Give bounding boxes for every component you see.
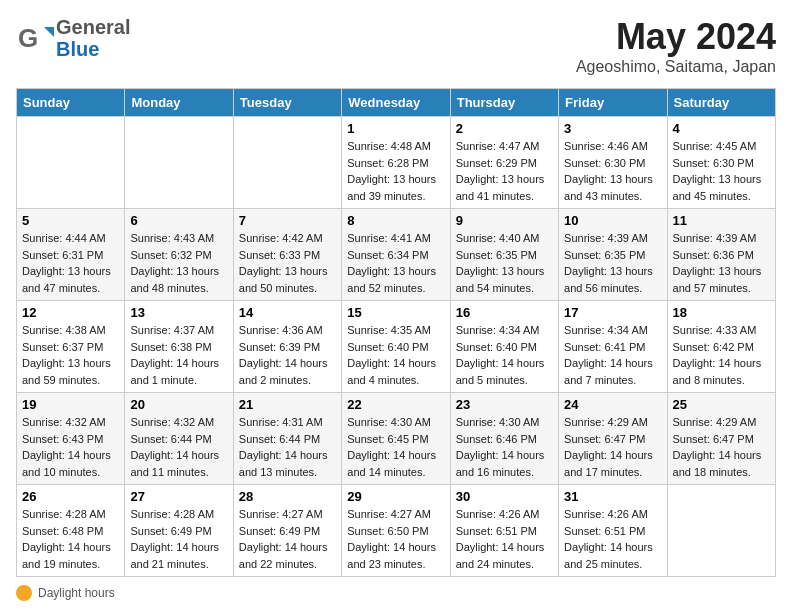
- calendar-cell: 5Sunrise: 4:44 AM Sunset: 6:31 PM Daylig…: [17, 209, 125, 301]
- calendar-cell: 16Sunrise: 4:34 AM Sunset: 6:40 PM Dayli…: [450, 301, 558, 393]
- calendar-week-4: 19Sunrise: 4:32 AM Sunset: 6:43 PM Dayli…: [17, 393, 776, 485]
- day-number: 29: [347, 489, 444, 504]
- day-number: 11: [673, 213, 770, 228]
- calendar-cell: [125, 117, 233, 209]
- day-info: Sunrise: 4:34 AM Sunset: 6:41 PM Dayligh…: [564, 322, 661, 388]
- col-header-tuesday: Tuesday: [233, 89, 341, 117]
- day-number: 25: [673, 397, 770, 412]
- day-number: 23: [456, 397, 553, 412]
- day-number: 16: [456, 305, 553, 320]
- day-info: Sunrise: 4:26 AM Sunset: 6:51 PM Dayligh…: [456, 506, 553, 572]
- calendar-cell: 14Sunrise: 4:36 AM Sunset: 6:39 PM Dayli…: [233, 301, 341, 393]
- header-row: SundayMondayTuesdayWednesdayThursdayFrid…: [17, 89, 776, 117]
- day-info: Sunrise: 4:36 AM Sunset: 6:39 PM Dayligh…: [239, 322, 336, 388]
- day-info: Sunrise: 4:37 AM Sunset: 6:38 PM Dayligh…: [130, 322, 227, 388]
- calendar-cell: 6Sunrise: 4:43 AM Sunset: 6:32 PM Daylig…: [125, 209, 233, 301]
- calendar-cell: 15Sunrise: 4:35 AM Sunset: 6:40 PM Dayli…: [342, 301, 450, 393]
- footer: Daylight hours: [16, 585, 776, 601]
- day-info: Sunrise: 4:42 AM Sunset: 6:33 PM Dayligh…: [239, 230, 336, 296]
- svg-marker-1: [44, 27, 54, 37]
- calendar-cell: 22Sunrise: 4:30 AM Sunset: 6:45 PM Dayli…: [342, 393, 450, 485]
- day-info: Sunrise: 4:29 AM Sunset: 6:47 PM Dayligh…: [673, 414, 770, 480]
- calendar-header: SundayMondayTuesdayWednesdayThursdayFrid…: [17, 89, 776, 117]
- col-header-friday: Friday: [559, 89, 667, 117]
- logo-brand: G General Blue: [16, 16, 130, 60]
- day-info: Sunrise: 4:27 AM Sunset: 6:50 PM Dayligh…: [347, 506, 444, 572]
- calendar-cell: 7Sunrise: 4:42 AM Sunset: 6:33 PM Daylig…: [233, 209, 341, 301]
- day-info: Sunrise: 4:30 AM Sunset: 6:45 PM Dayligh…: [347, 414, 444, 480]
- calendar-cell: 26Sunrise: 4:28 AM Sunset: 6:48 PM Dayli…: [17, 485, 125, 577]
- calendar-cell: 18Sunrise: 4:33 AM Sunset: 6:42 PM Dayli…: [667, 301, 775, 393]
- calendar-cell: 2Sunrise: 4:47 AM Sunset: 6:29 PM Daylig…: [450, 117, 558, 209]
- day-info: Sunrise: 4:33 AM Sunset: 6:42 PM Dayligh…: [673, 322, 770, 388]
- day-info: Sunrise: 4:26 AM Sunset: 6:51 PM Dayligh…: [564, 506, 661, 572]
- day-info: Sunrise: 4:39 AM Sunset: 6:35 PM Dayligh…: [564, 230, 661, 296]
- logo-icon: G: [16, 19, 54, 57]
- day-number: 2: [456, 121, 553, 136]
- day-number: 18: [673, 305, 770, 320]
- day-number: 7: [239, 213, 336, 228]
- day-info: Sunrise: 4:48 AM Sunset: 6:28 PM Dayligh…: [347, 138, 444, 204]
- day-number: 8: [347, 213, 444, 228]
- calendar-cell: 28Sunrise: 4:27 AM Sunset: 6:49 PM Dayli…: [233, 485, 341, 577]
- day-info: Sunrise: 4:31 AM Sunset: 6:44 PM Dayligh…: [239, 414, 336, 480]
- title-block: May 2024 Ageoshimo, Saitama, Japan: [576, 16, 776, 76]
- day-number: 6: [130, 213, 227, 228]
- sub-title: Ageoshimo, Saitama, Japan: [576, 58, 776, 76]
- calendar-week-5: 26Sunrise: 4:28 AM Sunset: 6:48 PM Dayli…: [17, 485, 776, 577]
- calendar-week-1: 1Sunrise: 4:48 AM Sunset: 6:28 PM Daylig…: [17, 117, 776, 209]
- day-number: 31: [564, 489, 661, 504]
- day-number: 26: [22, 489, 119, 504]
- calendar-cell: 17Sunrise: 4:34 AM Sunset: 6:41 PM Dayli…: [559, 301, 667, 393]
- day-info: Sunrise: 4:43 AM Sunset: 6:32 PM Dayligh…: [130, 230, 227, 296]
- calendar-cell: 12Sunrise: 4:38 AM Sunset: 6:37 PM Dayli…: [17, 301, 125, 393]
- day-number: 14: [239, 305, 336, 320]
- calendar-body: 1Sunrise: 4:48 AM Sunset: 6:28 PM Daylig…: [17, 117, 776, 577]
- logo-general-text: General: [56, 16, 130, 38]
- day-number: 30: [456, 489, 553, 504]
- logo-words: General Blue: [56, 16, 130, 60]
- day-number: 15: [347, 305, 444, 320]
- day-info: Sunrise: 4:27 AM Sunset: 6:49 PM Dayligh…: [239, 506, 336, 572]
- col-header-monday: Monday: [125, 89, 233, 117]
- calendar-week-3: 12Sunrise: 4:38 AM Sunset: 6:37 PM Dayli…: [17, 301, 776, 393]
- day-info: Sunrise: 4:35 AM Sunset: 6:40 PM Dayligh…: [347, 322, 444, 388]
- day-number: 4: [673, 121, 770, 136]
- day-info: Sunrise: 4:29 AM Sunset: 6:47 PM Dayligh…: [564, 414, 661, 480]
- calendar-cell: 31Sunrise: 4:26 AM Sunset: 6:51 PM Dayli…: [559, 485, 667, 577]
- calendar-cell: 20Sunrise: 4:32 AM Sunset: 6:44 PM Dayli…: [125, 393, 233, 485]
- day-number: 10: [564, 213, 661, 228]
- calendar-cell: 25Sunrise: 4:29 AM Sunset: 6:47 PM Dayli…: [667, 393, 775, 485]
- calendar-cell: 21Sunrise: 4:31 AM Sunset: 6:44 PM Dayli…: [233, 393, 341, 485]
- day-info: Sunrise: 4:28 AM Sunset: 6:48 PM Dayligh…: [22, 506, 119, 572]
- calendar-cell: [17, 117, 125, 209]
- day-number: 3: [564, 121, 661, 136]
- calendar-week-2: 5Sunrise: 4:44 AM Sunset: 6:31 PM Daylig…: [17, 209, 776, 301]
- col-header-sunday: Sunday: [17, 89, 125, 117]
- day-number: 9: [456, 213, 553, 228]
- calendar-cell: 11Sunrise: 4:39 AM Sunset: 6:36 PM Dayli…: [667, 209, 775, 301]
- calendar-cell: [667, 485, 775, 577]
- day-number: 24: [564, 397, 661, 412]
- calendar-cell: [233, 117, 341, 209]
- day-number: 20: [130, 397, 227, 412]
- page-header: G General Blue May 2024 Ageoshimo, Saita…: [16, 16, 776, 76]
- day-info: Sunrise: 4:30 AM Sunset: 6:46 PM Dayligh…: [456, 414, 553, 480]
- day-info: Sunrise: 4:41 AM Sunset: 6:34 PM Dayligh…: [347, 230, 444, 296]
- calendar-cell: 30Sunrise: 4:26 AM Sunset: 6:51 PM Dayli…: [450, 485, 558, 577]
- calendar-cell: 27Sunrise: 4:28 AM Sunset: 6:49 PM Dayli…: [125, 485, 233, 577]
- daylight-label: Daylight hours: [38, 586, 115, 600]
- day-number: 13: [130, 305, 227, 320]
- day-number: 17: [564, 305, 661, 320]
- day-number: 27: [130, 489, 227, 504]
- day-number: 1: [347, 121, 444, 136]
- day-number: 21: [239, 397, 336, 412]
- col-header-saturday: Saturday: [667, 89, 775, 117]
- calendar-cell: 29Sunrise: 4:27 AM Sunset: 6:50 PM Dayli…: [342, 485, 450, 577]
- day-number: 5: [22, 213, 119, 228]
- calendar-cell: 8Sunrise: 4:41 AM Sunset: 6:34 PM Daylig…: [342, 209, 450, 301]
- main-title: May 2024: [576, 16, 776, 58]
- svg-text:G: G: [18, 23, 38, 53]
- sun-icon: [16, 585, 32, 601]
- day-info: Sunrise: 4:45 AM Sunset: 6:30 PM Dayligh…: [673, 138, 770, 204]
